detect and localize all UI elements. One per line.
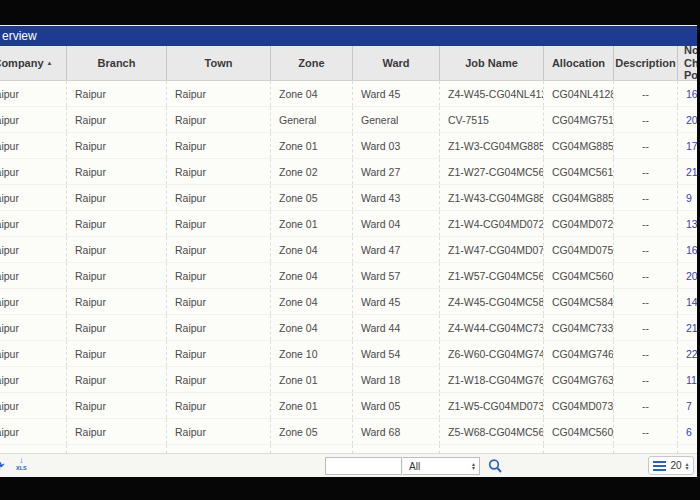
cell-allocation: CG04MC7336: [544, 315, 614, 340]
table-row: RaipurRaipurRaipurGeneralGeneralCV-7515C…: [0, 107, 700, 133]
refresh-icon[interactable]: ⟳: [0, 457, 5, 475]
table-row: RaipurRaipurRaipurZone 04Ward 47Z1-W47-C…: [0, 237, 700, 263]
cell-company: Raipur: [0, 211, 67, 236]
cell-description: --: [614, 211, 678, 236]
cell-allocation: CG04MC5601: [544, 419, 614, 444]
cell-description: --: [614, 237, 678, 262]
column-header-label: Branch: [98, 57, 136, 70]
table-row: RaipurRaipurRaipurZone 04Ward 44Z4-W44-C…: [0, 315, 700, 341]
cell-company: Raipur: [0, 185, 67, 210]
cell-allocation: CG04MG8852: [544, 133, 614, 158]
table-row: RaipurRaipurRaipurZone 01Ward 03Z1-W3-CG…: [0, 133, 700, 159]
download-arrow-icon: ↓: [19, 457, 23, 465]
cell-job_name: Z1-W3-CG04MG8852: [440, 133, 544, 158]
column-header-description[interactable]: Description: [614, 46, 678, 80]
cell-zone: Zone 04: [271, 315, 353, 340]
export-xls-button[interactable]: ↓ XLS: [16, 457, 27, 472]
cell-town: Raipur: [167, 81, 271, 106]
cell-ward: Ward 45: [353, 289, 440, 314]
cell-allocation: CG04MD0735: [544, 393, 614, 418]
cell-job_name: Z6-W60-CG04MG7466: [440, 341, 544, 366]
cell-town: Raipur: [167, 419, 271, 444]
table-row: RaipurRaipurRaipurZone 05Ward 43Z1-W43-C…: [0, 185, 700, 211]
cell-zone: Zone 04: [271, 237, 353, 262]
divider: [0, 25, 700, 26]
column-header-town[interactable]: Town: [167, 46, 271, 80]
cell-branch: Raipur: [67, 107, 167, 132]
cell-ward: General: [353, 107, 440, 132]
cell-town: Raipur: [167, 107, 271, 132]
cell-ward: Ward 45: [353, 81, 440, 106]
cell-branch: Raipur: [67, 237, 167, 262]
cell-town: Raipur: [167, 159, 271, 184]
cell-ward: Ward 68: [353, 419, 440, 444]
table-row: RaipurRaipurRaipurZone 01Ward 18Z1-W18-C…: [0, 367, 700, 393]
column-header-label: Zone: [298, 57, 324, 70]
cell-company: Raipur: [0, 159, 67, 184]
column-header-job_name[interactable]: Job Name: [440, 46, 544, 80]
cell-town: Raipur: [167, 393, 271, 418]
cell-description: --: [614, 419, 678, 444]
cell-zone: Zone 01: [271, 211, 353, 236]
sort-ascending-icon: ▲: [47, 60, 53, 67]
cell-allocation: CG04MG7635: [544, 367, 614, 392]
table-header-row: Company▲BranchTownZoneWardJob NameAlloca…: [0, 46, 700, 81]
cell-allocation: CG04MC5612: [544, 159, 614, 184]
table-row: RaipurRaipurRaipurZone 04Ward 45Z4-W45-C…: [0, 289, 700, 315]
cell-company: Raipur: [0, 107, 67, 132]
cell-branch: Raipur: [67, 289, 167, 314]
cell-ward: Ward 04: [353, 211, 440, 236]
cell-town: Raipur: [167, 315, 271, 340]
cell-ward: Ward 47: [353, 237, 440, 262]
cell-description: --: [614, 315, 678, 340]
cell-branch: Raipur: [67, 367, 167, 392]
table-row: RaipurRaipurRaipurZone 10Ward 54Z6-W60-C…: [0, 341, 700, 367]
cell-allocation: CG04NL4128: [544, 81, 614, 106]
column-header-zone[interactable]: Zone: [271, 46, 353, 80]
cell-job_name: Z1-W18-CG04MG7635: [440, 367, 544, 392]
cell-job_name: Z1-W47-CG04MD0757: [440, 237, 544, 262]
cell-company: Raipur: [0, 367, 67, 392]
cell-branch: Raipur: [67, 133, 167, 158]
search-input[interactable]: [325, 457, 402, 475]
cell-branch: Raipur: [67, 211, 167, 236]
column-header-ward[interactable]: Ward: [353, 46, 440, 80]
cell-ward: Ward 27: [353, 159, 440, 184]
column-header-company[interactable]: Company▲: [0, 46, 67, 80]
search-icon[interactable]: [488, 458, 503, 474]
cell-branch: Raipur: [67, 315, 167, 340]
cell-zone: Zone 01: [271, 133, 353, 158]
table-row: RaipurRaipurRaipurZone 05Ward 68Z5-W68-C…: [0, 419, 700, 445]
cell-job_name: Z1-W43-CG04MG8859: [440, 185, 544, 210]
cell-zone: Zone 05: [271, 185, 353, 210]
cell-job_name: Z1-W27-CG04MC5612: [440, 159, 544, 184]
column-header-label: Description: [615, 57, 676, 70]
cell-company: Raipur: [0, 315, 67, 340]
cell-branch: Raipur: [67, 159, 167, 184]
cell-description: --: [614, 107, 678, 132]
bottom-black-band: [0, 477, 700, 500]
column-header-branch[interactable]: Branch: [67, 46, 167, 80]
table-row: RaipurRaipurRaipurZone 01Ward 05Z1-W5-CG…: [0, 393, 700, 419]
page-size-spinner-icon: ▴▾: [686, 462, 689, 470]
cell-branch: Raipur: [67, 393, 167, 418]
cell-description: --: [614, 289, 678, 314]
page-size-control[interactable]: 20 ▴▾: [648, 456, 694, 475]
cell-zone: General: [271, 107, 353, 132]
filter-column-select[interactable]: All ▴▾: [403, 457, 480, 475]
cell-branch: Raipur: [67, 185, 167, 210]
cell-job_name: Z4-W45-CG04MC5843: [440, 289, 544, 314]
cell-description: --: [614, 185, 678, 210]
column-header-allocation[interactable]: Allocation: [544, 46, 614, 80]
cell-zone: Zone 04: [271, 289, 353, 314]
hamburger-icon: [653, 461, 666, 471]
table-row: RaipurRaipurRaipurZone 04Ward 57Z1-W57-C…: [0, 263, 700, 289]
top-black-band: [0, 0, 700, 25]
cell-job_name: Z1-W57-CG04MC5602: [440, 263, 544, 288]
cell-allocation: CG04MD0728: [544, 211, 614, 236]
cell-job_name: Z4-W44-CG04MC7336: [440, 315, 544, 340]
cell-ward: Ward 43: [353, 185, 440, 210]
column-header-label: Job Name: [465, 57, 518, 70]
app-window: erview Company▲BranchTownZoneWardJob Nam…: [0, 0, 700, 500]
cell-job_name: Z1-W4-CG04MD0728: [440, 211, 544, 236]
